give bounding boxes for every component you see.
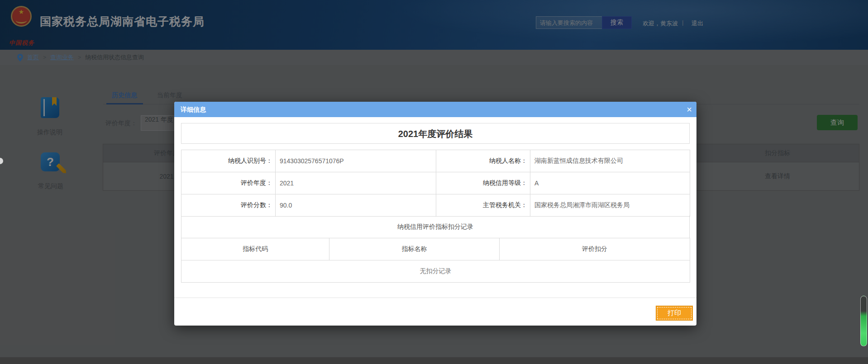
eval-year-label: 评价年度：: [181, 172, 276, 194]
modal-title: 详细信息: [181, 102, 206, 117]
table-row: 评价分数： 90.0 主管税务机关： 国家税务总局湘潭市雨湖区税务局: [181, 194, 690, 217]
tax-authority-value: 国家税务总局湘潭市雨湖区税务局: [530, 194, 690, 217]
eval-year-value: 2021: [276, 172, 436, 194]
modal-footer-divider: [174, 298, 696, 298]
print-button[interactable]: 打印: [656, 306, 693, 321]
deduction-record-table: 指标代码 指标名称 评价扣分 无扣分记录: [181, 238, 690, 283]
taxpayer-name-value: 湖南新蓝恒成信息技术有限公司: [530, 150, 690, 172]
page-root: 中国税务 国家税务总局湖南省电子税务局 搜索 欢迎，黄东波 | 退出 首页 > …: [0, 0, 868, 364]
score-label: 评价分数：: [181, 194, 276, 217]
credit-level-value: A: [530, 172, 690, 194]
close-icon[interactable]: ×: [687, 102, 692, 117]
col-indicator-name: 指标名称: [329, 238, 500, 260]
tax-authority-label: 主管税务机关：: [436, 194, 530, 217]
detail-info-modal: 详细信息 × 2021年度评价结果 纳税人识别号： 91430302576571…: [174, 102, 696, 326]
table-row: 评价年度： 2021 纳税信用等级： A: [181, 172, 690, 194]
credit-level-label: 纳税信用等级：: [436, 172, 530, 194]
table-header-row: 指标代码 指标名称 评价扣分: [181, 238, 690, 260]
eval-detail-table: 纳税人识别号： 91430302576571076P 纳税人名称： 湖南新蓝恒成…: [181, 150, 690, 217]
score-value: 90.0: [276, 194, 436, 217]
taxpayer-id-value: 91430302576571076P: [276, 150, 436, 172]
taxpayer-id-label: 纳税人识别号：: [181, 150, 276, 172]
col-indicator-code: 指标代码: [181, 238, 329, 260]
taxpayer-name-label: 纳税人名称：: [436, 150, 530, 172]
col-eval-deduction: 评价扣分: [500, 238, 690, 260]
table-row: 纳税人识别号： 91430302576571076P 纳税人名称： 湖南新蓝恒成…: [181, 150, 690, 172]
no-deduction-record-text: 无扣分记录: [181, 260, 690, 283]
scrollbar-thumb[interactable]: [860, 296, 867, 346]
table-row: 无扣分记录: [181, 260, 690, 283]
modal-titlebar: 详细信息 ×: [174, 102, 696, 117]
deduction-record-section-title: 纳税信用评价指标扣分记录: [181, 216, 690, 238]
eval-result-heading: 2021年度评价结果: [181, 123, 690, 144]
